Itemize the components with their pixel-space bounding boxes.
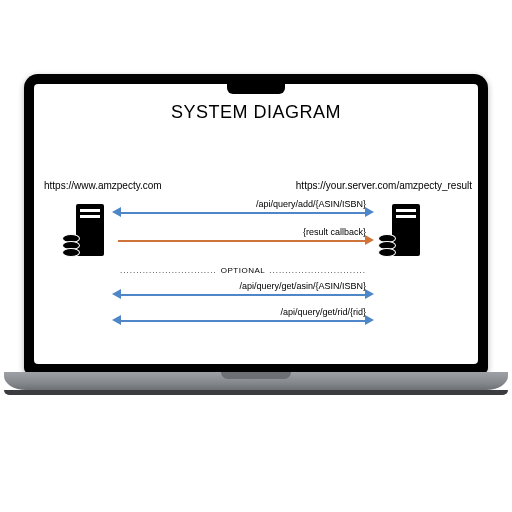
server-right-icon xyxy=(380,204,422,260)
arrow-add-query: /api/query/add/{ASIN/ISBN} xyxy=(114,202,372,220)
trackpad-notch xyxy=(221,372,291,379)
host-right-label: https://your.server.com/amzpecty_result xyxy=(296,180,472,191)
arrow-get-rid-label: /api/query/get/rid/{rid} xyxy=(280,307,366,317)
arrows-group: /api/query/add/{ASIN/ISBN} {result callb… xyxy=(114,202,372,342)
arrow-result-callback: {result callback} xyxy=(114,230,372,248)
laptop-screen: SYSTEM DIAGRAM https://www.amzpecty.com … xyxy=(34,84,478,364)
optional-label: OPTIONAL xyxy=(217,266,269,275)
diagram-content: SYSTEM DIAGRAM https://www.amzpecty.com … xyxy=(34,84,478,364)
host-left-label: https://www.amzpecty.com xyxy=(44,180,162,191)
laptop-base xyxy=(4,372,508,390)
arrow-result-callback-label: {result callback} xyxy=(303,227,366,237)
arrow-get-asin: /api/query/get/asin/{ASIN/ISBN} xyxy=(114,284,372,302)
dots-right: .............................. xyxy=(269,266,366,275)
laptop-foot xyxy=(4,390,508,395)
diagram-title: SYSTEM DIAGRAM xyxy=(34,102,478,123)
optional-divider: ..............................OPTIONAL..… xyxy=(114,266,372,275)
camera-notch xyxy=(227,84,285,94)
laptop-mockup: SYSTEM DIAGRAM https://www.amzpecty.com … xyxy=(24,74,488,398)
arrow-add-query-label: /api/query/add/{ASIN/ISBN} xyxy=(256,199,366,209)
server-left-icon xyxy=(64,204,106,260)
dots-left: .............................. xyxy=(120,266,217,275)
arrow-get-rid: /api/query/get/rid/{rid} xyxy=(114,310,372,328)
arrow-get-asin-label: /api/query/get/asin/{ASIN/ISBN} xyxy=(239,281,366,291)
